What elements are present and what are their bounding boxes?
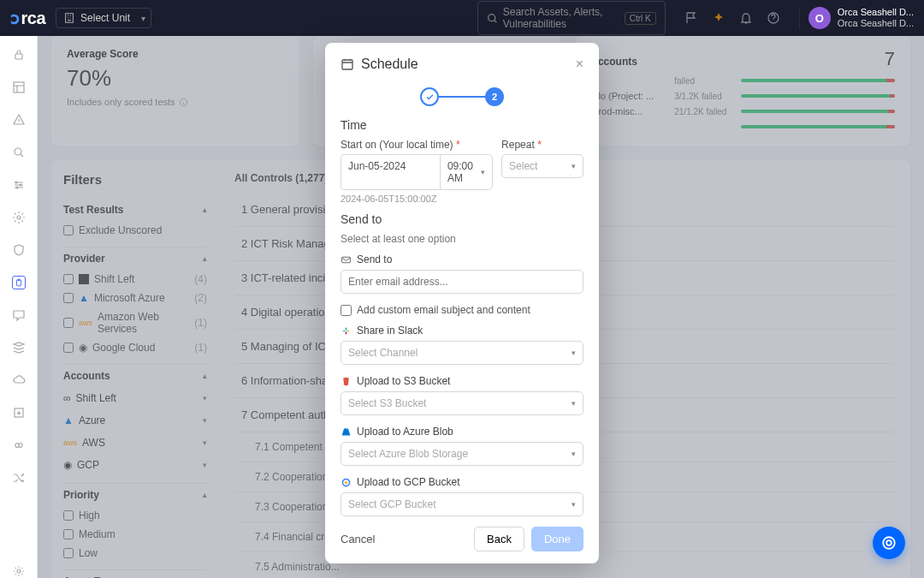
cloud-icon[interactable] — [12, 373, 26, 387]
repeat-select[interactable]: Select▾ — [501, 154, 583, 178]
svg-rect-3 — [15, 54, 22, 59]
slack-channel-select[interactable]: Select Channel▾ — [341, 341, 583, 365]
layout-icon[interactable] — [12, 80, 26, 94]
iso-hint: 2024-06-05T15:00:00Z — [341, 194, 583, 204]
check-icon — [425, 92, 435, 102]
dest-email: Send to — [341, 253, 583, 294]
svg-point-8 — [16, 187, 18, 188]
unit-select[interactable]: Select Unit — [56, 8, 151, 28]
shield-icon[interactable] — [12, 243, 26, 257]
top-nav: ↄrca Select Unit Search Assets, Alerts, … — [0, 0, 924, 36]
date-input[interactable]: Jun-05-2024 — [341, 154, 440, 190]
back-button[interactable]: Back — [474, 527, 524, 551]
label-start: Start on (Your local time) — [341, 139, 453, 151]
infinity-icon[interactable] — [12, 438, 26, 452]
dest-gcp: Upload to GCP Bucket Select GCP Bucket▾ — [341, 476, 583, 516]
cog-icon[interactable] — [12, 211, 26, 224]
svg-rect-15 — [342, 257, 351, 263]
gcp-bucket-icon — [341, 477, 352, 488]
step-connector — [439, 96, 485, 98]
help-icon[interactable] — [767, 11, 780, 25]
svg-point-6 — [15, 182, 17, 183]
svg-rect-4 — [14, 82, 24, 92]
svg-point-5 — [15, 148, 21, 155]
left-rail — [0, 36, 38, 578]
unit-select-label: Select Unit — [80, 12, 130, 24]
sendto-hint: Select at least one option — [341, 233, 583, 245]
clipboard-icon[interactable] — [12, 276, 26, 289]
user-org: Orca Seashell D... — [838, 7, 914, 18]
s3-icon — [341, 376, 352, 387]
top-icon-group — [676, 11, 789, 25]
svg-point-12 — [17, 569, 21, 573]
schedule-modal: Schedule × 2 Time Start on (Your local t… — [325, 43, 599, 563]
bell-icon[interactable] — [739, 11, 753, 25]
calendar-icon — [341, 57, 354, 71]
user-sub: Orca Seashell D... — [838, 18, 914, 29]
close-icon[interactable]: × — [576, 57, 583, 71]
svg-rect-18 — [346, 327, 347, 330]
azure-blob-icon — [341, 426, 352, 438]
gcp-bucket-select[interactable]: Select GCP Bucket▾ — [341, 492, 583, 516]
svg-rect-17 — [346, 330, 349, 331]
done-button[interactable]: Done — [531, 527, 583, 551]
svg-point-23 — [886, 540, 891, 545]
cancel-button[interactable]: Cancel — [341, 533, 375, 545]
logo: ↄrca — [10, 8, 45, 28]
chevron-down-icon: ▾ — [572, 349, 576, 357]
svg-point-7 — [20, 184, 21, 186]
modal-title: Schedule — [361, 57, 418, 72]
settings-icon[interactable] — [12, 564, 26, 578]
svg-point-1 — [488, 14, 495, 21]
svg-point-21 — [345, 480, 347, 483]
search-kbd: Ctrl K — [625, 12, 656, 25]
dest-s3: Upload to S3 Bucket Select S3 Bucket▾ — [341, 375, 583, 415]
chevron-down-icon: ▾ — [572, 399, 576, 408]
svg-point-22 — [883, 537, 895, 549]
help-fab[interactable] — [873, 527, 905, 559]
chevron-down-icon: ▾ — [572, 450, 576, 458]
search-icon — [487, 13, 498, 24]
section-time: Time — [341, 118, 583, 132]
email-input[interactable] — [341, 270, 583, 294]
custom-subject-checkbox[interactable]: Add custom email subject and content — [341, 304, 583, 316]
svg-rect-14 — [342, 60, 352, 69]
download-icon[interactable] — [12, 406, 26, 420]
time-select[interactable]: 09:00 AM▾ — [440, 154, 493, 190]
lock-icon[interactable] — [12, 48, 26, 62]
dest-azure: Upload to Azure Blob Select Azure Blob S… — [341, 426, 583, 466]
section-sendto: Send to — [341, 212, 583, 226]
stepper: 2 — [341, 87, 583, 106]
dest-slack: Share in Slack Select Channel▾ — [341, 325, 583, 365]
svg-rect-19 — [346, 331, 347, 334]
chat-icon[interactable] — [12, 308, 26, 322]
alert-icon[interactable] — [12, 113, 26, 127]
search-rail-icon[interactable] — [12, 146, 26, 159]
svg-rect-0 — [66, 14, 74, 23]
avatar: O — [808, 7, 831, 29]
global-search[interactable]: Search Assets, Alerts, Vulnerabilities C… — [477, 1, 666, 35]
step-1-done — [420, 87, 439, 106]
chevron-down-icon: ▾ — [572, 500, 576, 509]
chevron-down-icon: ▾ — [481, 168, 485, 176]
mail-icon — [341, 254, 352, 265]
shuffle-icon[interactable] — [12, 471, 26, 485]
stack-icon[interactable] — [12, 341, 26, 355]
step-2-active: 2 — [485, 87, 504, 106]
flag-icon[interactable] — [684, 11, 698, 25]
user-menu[interactable]: O Orca Seashell D... Orca Seashell D... — [799, 7, 914, 29]
slack-icon — [341, 325, 352, 337]
search-placeholder: Search Assets, Alerts, Vulnerabilities — [503, 6, 619, 30]
azure-blob-select[interactable]: Select Azure Blob Storage▾ — [341, 442, 583, 466]
chevron-down-icon: ▾ — [572, 162, 576, 170]
label-repeat: Repeat — [501, 139, 535, 151]
lifebuoy-icon — [881, 535, 897, 551]
sliders-icon[interactable] — [12, 178, 26, 192]
s3-bucket-select[interactable]: Select S3 Bucket▾ — [341, 391, 583, 415]
svg-point-9 — [17, 216, 21, 219]
sparkle-icon[interactable] — [712, 11, 726, 25]
svg-rect-16 — [342, 330, 345, 331]
building-icon — [63, 12, 75, 24]
